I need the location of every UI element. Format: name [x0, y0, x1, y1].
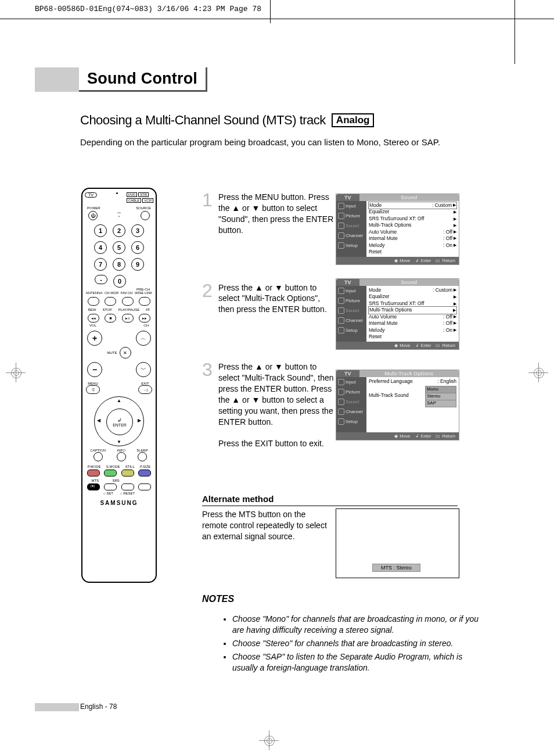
osd-row: Multi-Track Options▶: [369, 222, 456, 228]
osd-sidebar: Input Picture Sound Channel Setup: [336, 201, 366, 257]
num-row: - 0: [85, 275, 153, 288]
psize-label: P.SIZE: [140, 465, 150, 468]
b: [105, 297, 116, 306]
b: [139, 297, 150, 306]
mts-row-buttons: (●): [85, 483, 153, 490]
sound-icon: [338, 223, 344, 229]
rew-label: REW: [88, 308, 96, 311]
num-2: 2: [113, 224, 125, 237]
mute-label: MUTE: [107, 351, 117, 354]
osd-screenshot-2: TV Sound Input Picture Sound Channel Set…: [336, 278, 459, 350]
osd-title: Sound: [359, 194, 459, 201]
red-button: [87, 470, 100, 476]
remote-illustration: TV DVDSTB CABLEVCR POWER SOURCE ⏻ •·•·•·…: [81, 188, 157, 583]
side-channel: Channel: [336, 407, 366, 417]
notes-list: Choose "Mono" for channels that are broa…: [209, 614, 482, 675]
remote-top-row: TV DVDSTB CABLEVCR: [85, 192, 153, 203]
side-input: Input: [336, 201, 366, 211]
section-title: Sound Control: [79, 67, 207, 92]
power-source-buttons: ⏻ •·•·•·: [85, 211, 153, 220]
dvd-button: DVD: [127, 192, 138, 197]
osd-screenshot-3: TV Multi-Track Options Input Picture Sou…: [336, 370, 459, 440]
stop-label: STOP: [102, 308, 111, 311]
num-row: 789: [85, 258, 153, 271]
picture-icon: [338, 389, 344, 395]
crop-mark: [270, 0, 271, 23]
source-btns: DVDSTB CABLEVCR: [127, 192, 153, 203]
tv-button: TV: [85, 192, 97, 198]
osd-sidebar: Input Picture Sound Channel Setup: [336, 377, 366, 432]
side-setup: Setup: [336, 325, 366, 335]
side-picture: Picture: [336, 387, 366, 397]
channel-icon: [338, 317, 344, 324]
notes-heading: NOTES: [202, 594, 234, 604]
transport-buttons: ◂◂■▸II▸▸: [85, 314, 153, 323]
ch-down: ﹀: [136, 362, 151, 377]
antenna-label: ANTENNA: [86, 291, 103, 295]
side-picture: Picture: [336, 211, 366, 221]
vcr-button: VCR: [142, 198, 153, 203]
vol-ch-row2: − ﹀: [85, 362, 153, 377]
move-hint: ◆ Move: [394, 258, 410, 263]
input-icon: [338, 288, 344, 294]
button: [121, 483, 134, 490]
step-1: 1 Press the MENU button. Press the ▲ or …: [202, 192, 336, 236]
caption-button: [93, 452, 103, 461]
osd-row: Auto Volume: Off▶: [369, 229, 456, 235]
num-0: 0: [113, 275, 126, 288]
side-input: Input: [336, 286, 366, 296]
blue-button: [138, 470, 151, 476]
step-text: Press the ▲ or ▼ button to select "Multi…: [218, 282, 336, 316]
still-label: STILL: [125, 465, 135, 468]
crop-mark: [515, 0, 515, 64]
osd-header: TV Sound: [336, 194, 459, 201]
tv-tab: TV: [336, 194, 359, 201]
steps-column: 1 Press the MENU button. Press the ▲ or …: [202, 192, 336, 455]
num-3: 3: [131, 224, 144, 237]
osd-row: SRS TruSurround XT: Off▶: [369, 216, 456, 222]
favch-label: FAV.CH: [121, 291, 133, 295]
rew-button: ◂◂: [88, 314, 99, 323]
num-row: 456: [85, 241, 153, 254]
transport-labels: REW STOP PLAY/PAUSE FF: [85, 308, 153, 311]
mts-label: MTS: [92, 479, 99, 482]
osd-sidebar: Input Picture Sound Channel Setup: [336, 286, 366, 342]
green-button: [104, 470, 117, 476]
remote-dot: [116, 192, 118, 194]
tv-tab: TV: [336, 370, 359, 377]
note-item: Choose "SAP" to listen to the Separate A…: [232, 651, 482, 673]
num-5: 5: [113, 241, 125, 254]
remote-dots: •·•·•·: [118, 211, 121, 220]
osd-main: Preferred Language: English Multi-Track …: [366, 377, 459, 432]
osd-row: Internal Mute: Off▶: [369, 320, 456, 327]
osd-row: Mode: Custom▶: [369, 287, 456, 293]
step-text: Press the ▲ or ▼ button to select "Multi…: [218, 361, 336, 449]
info-button: [117, 452, 126, 461]
menu-button: ☰: [86, 385, 100, 394]
dash-button: -: [95, 275, 107, 284]
exit-label: EXIT: [138, 382, 152, 385]
side-setup: Setup: [336, 417, 366, 427]
input-icon: [338, 203, 344, 209]
exit-button: →]: [138, 385, 152, 394]
osd-body: Input Picture Sound Channel Setup Mode: …: [336, 286, 459, 342]
side-sound: Sound: [336, 221, 366, 231]
osd-header: TV Multi-Track Options: [336, 370, 459, 377]
side-picture: Picture: [336, 296, 366, 306]
picture-icon: [338, 298, 344, 304]
osd-main: Mode: Custom▶ Equalizer▶ SRS TruSurround…: [366, 201, 459, 257]
left-arrow-icon: ◀: [97, 418, 100, 423]
mode-labels: P.MODE S.MODE STILL P.SIZE: [85, 465, 153, 468]
wiselink-label: WISE LINK: [135, 291, 152, 295]
header-crop-info: BP68-00586D-01Eng(074~083) 3/16/06 4:23 …: [35, 5, 261, 13]
note-item: Choose "Stereo" for channels that are br…: [232, 638, 482, 649]
return-hint: ▭ Return: [436, 433, 455, 439]
alternate-text: Press the MTS button on the remote contr…: [202, 509, 333, 542]
step-number: 2: [202, 282, 215, 316]
osd-title: Sound: [359, 279, 459, 286]
up-arrow-icon: ▲: [117, 398, 121, 403]
srs-button: [104, 483, 117, 490]
osd-main: Mode: Custom▶ Equalizer▶ SRS TruSurround…: [366, 286, 459, 342]
intro-text: Depending on the particular program bein…: [80, 137, 440, 147]
enter-button: ↲ENTER: [106, 409, 133, 435]
